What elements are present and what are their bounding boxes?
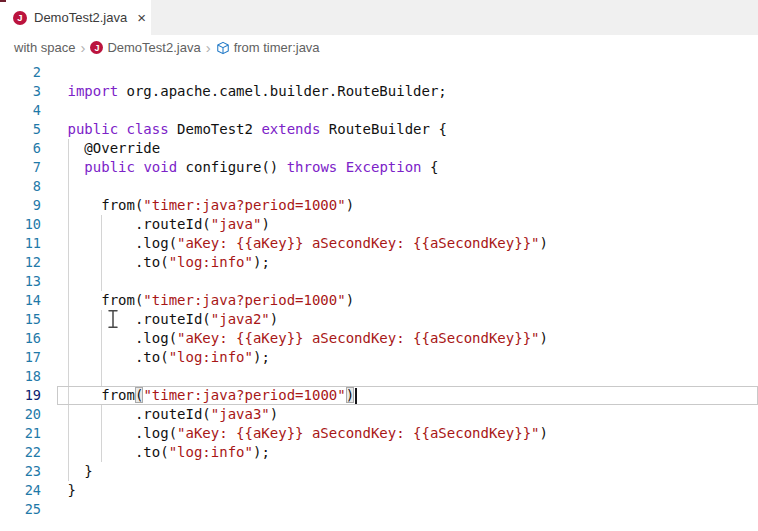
code-line[interactable]: 5public class DemoTest2 extends RouteBui… [0,120,758,139]
code-text: .to("log:info"); [68,253,270,272]
breadcrumb-folder-label: with space [14,40,75,55]
code-text: from("timer:java?period=1000") [68,196,355,215]
code-line[interactable]: 9 from("timer:java?period=1000") [0,196,758,215]
code-text: .to("log:info"); [68,348,270,367]
line-number[interactable]: 15 [0,310,41,329]
code-text: from("timer:java?period=1000") [68,386,355,405]
code-line[interactable]: 12 .to("log:info"); [0,253,758,272]
line-number[interactable]: 13 [0,272,41,291]
line-number[interactable]: 11 [0,234,41,253]
code-text: .log("aKey: {{aKey}} aSecondKey: {{aSeco… [68,329,548,348]
code-text: .log("aKey: {{aKey}} aSecondKey: {{aSeco… [68,234,548,253]
line-number[interactable]: 10 [0,215,41,234]
line-number[interactable]: 14 [0,291,41,310]
line-number[interactable]: 4 [0,101,41,120]
breadcrumb-item-symbol[interactable]: from timer:java [216,40,320,55]
code-text: .log("aKey: {{aKey}} aSecondKey: {{aSeco… [68,424,548,443]
code-line[interactable]: 18 [0,367,758,386]
code-text: .routeId("java") [68,215,270,234]
cube-symbol-icon [216,41,230,55]
line-number[interactable]: 8 [0,177,41,196]
code-line[interactable]: 20 .routeId("java3") [0,405,758,424]
breadcrumb: with space › J DemoTest2.java › from tim… [0,35,758,60]
code-text: from("timer:java?period=1000") [68,291,355,310]
code-line[interactable]: 11 .log("aKey: {{aKey}} aSecondKey: {{aS… [0,234,758,253]
line-number[interactable]: 3 [0,82,41,101]
code-lines: 23import org.apache.camel.builder.RouteB… [0,60,758,519]
code-line[interactable]: 14 from("timer:java?period=1000") [0,291,758,310]
chevron-right-icon: › [206,41,211,54]
code-line[interactable]: 3import org.apache.camel.builder.RouteBu… [0,82,758,101]
code-text: public class DemoTest2 extends RouteBuil… [68,120,447,139]
code-line[interactable]: 23 } [0,462,758,481]
code-line[interactable]: 19 from("timer:java?period=1000") [0,386,758,405]
code-line[interactable]: 6 @Override [0,139,758,158]
code-line[interactable]: 24} [0,481,758,500]
code-text: .to("log:info"); [68,443,270,462]
breadcrumb-item-folder[interactable]: with space [14,40,75,55]
code-text: public void configure() throws Exception… [68,158,439,177]
line-number[interactable]: 16 [0,329,41,348]
code-text: } [68,481,76,500]
line-number[interactable]: 2 [0,63,41,82]
code-text: } [68,462,93,481]
code-line[interactable]: 4 [0,101,758,120]
code-line[interactable]: 17 .to("log:info"); [0,348,758,367]
code-text: @Override [68,139,161,158]
code-text: .routeId("java2") [68,310,279,329]
code-line[interactable]: 2 [0,63,758,82]
code-text: import org.apache.camel.builder.RouteBui… [68,82,447,101]
text-cursor-icon [107,309,119,329]
line-number[interactable]: 5 [0,120,41,139]
line-number[interactable]: 21 [0,424,41,443]
code-line[interactable]: 21 .log("aKey: {{aKey}} aSecondKey: {{aS… [0,424,758,443]
line-number[interactable]: 9 [0,196,41,215]
line-number[interactable]: 25 [0,500,41,519]
code-line[interactable]: 13 [0,272,758,291]
breadcrumb-symbol-label: from timer:java [234,40,320,55]
line-number[interactable]: 22 [0,443,41,462]
java-file-icon: J [90,41,103,54]
code-line[interactable]: 22 .to("log:info"); [0,443,758,462]
tab-demotest2[interactable]: J DemoTest2.java × [0,0,151,35]
line-number[interactable]: 24 [0,481,41,500]
line-number[interactable]: 17 [0,348,41,367]
line-number[interactable]: 12 [0,253,41,272]
close-icon[interactable]: × [137,10,146,25]
chevron-right-icon: › [80,41,85,54]
code-line[interactable]: 16 .log("aKey: {{aKey}} aSecondKey: {{aS… [0,329,758,348]
code-text: .routeId("java3") [68,405,279,424]
tab-bar: J DemoTest2.java × [0,0,758,35]
line-number[interactable]: 6 [0,139,41,158]
breadcrumb-item-file[interactable]: J DemoTest2.java [90,40,200,55]
java-file-icon: J [13,11,27,25]
code-line[interactable]: 8 [0,177,758,196]
code-line[interactable]: 10 .routeId("java") [0,215,758,234]
line-number[interactable]: 7 [0,158,41,177]
tab-title: DemoTest2.java [34,10,127,25]
caret [355,388,357,404]
line-number[interactable]: 18 [0,367,41,386]
code-line[interactable]: 25 [0,500,758,519]
line-number[interactable]: 19 [0,386,41,405]
window-edge-fragment [0,0,6,2]
line-number[interactable]: 23 [0,462,41,481]
code-line[interactable]: 7 public void configure() throws Excepti… [0,158,758,177]
vscode-editor-window: J DemoTest2.java × with space › J DemoTe… [0,0,758,531]
breadcrumb-file-label: DemoTest2.java [107,40,200,55]
editor[interactable]: 23import org.apache.camel.builder.RouteB… [0,60,758,531]
line-number[interactable]: 20 [0,405,41,424]
